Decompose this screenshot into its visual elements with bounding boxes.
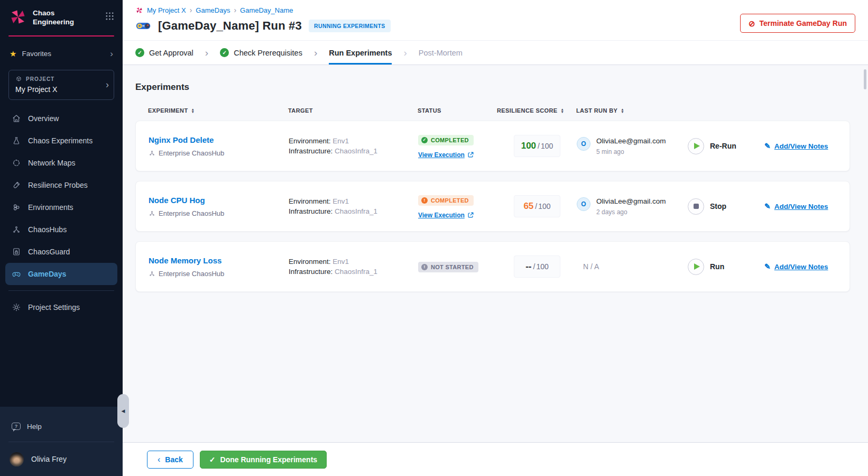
table-header: EXPERIMENT ▲▼ TARGET STATUS RESILIENCE S… [135,107,850,114]
brand-accent-divider [8,35,114,36]
chaoshub-icon [12,225,21,234]
pencil-icon: ✎ [764,202,771,210]
run-button[interactable]: Run [688,259,764,275]
check-icon: ✓ [209,455,216,464]
page-title: [GameDay_Name] Run #3 [158,19,302,33]
add-view-notes-link[interactable]: ✎ Add/View Notes [764,142,837,150]
experiment-name-link[interactable]: Nginx Pod Delete [149,135,289,144]
breadcrumb-link-project[interactable]: My Project X [147,6,186,14]
status-badge: ! COMPLETED [418,195,474,206]
run-status-badge: RUNNING EXPERIMENTS [309,20,391,32]
last-run-by-cell: O OliviaLee@gmail.com 5 min ago [577,137,688,155]
experiment-hub: Enterprise ChaosHub [149,149,289,157]
step-complete-icon: ✓ [220,48,229,57]
collapse-arrow-icon: ◀ [122,408,125,414]
experiment-name-link[interactable]: Node Memory Loss [149,256,289,265]
step-post-mortem[interactable]: Post-Mortem [419,41,463,65]
experiment-row: Node Memory Loss Enterprise ChaosHub Env… [135,241,850,292]
user-menu[interactable]: Olivia Frey [0,450,123,469]
external-link-icon [468,152,474,158]
scrollbar-thumb[interactable] [864,69,866,89]
step-run-experiments[interactable]: Run Experiments [329,41,392,65]
back-button[interactable]: ‹ Back [147,451,193,469]
pencil-icon: ✎ [764,142,771,150]
sort-icon[interactable]: ▲▼ [561,108,565,114]
sidebar-item-project-settings[interactable]: Project Settings [5,296,117,318]
sidebar-item-label: GameDays [28,270,66,278]
sidebar-item-chaosguard[interactable]: ChaosGuard [5,241,117,263]
breadcrumb-link-gameday-name[interactable]: GameDay_Name [240,6,293,14]
sidebar-item-chaoshubs[interactable]: ChaosHubs [5,218,117,241]
breadcrumb-logo-icon [135,6,143,14]
chaoshub-icon [149,210,155,217]
gameday-stepper: ✓ Get Approval › ✓ Check Prerequisites ›… [123,40,868,65]
flask-icon [12,136,21,145]
breadcrumb: My Project X › GameDays › GameDay_Name [135,6,855,14]
sidebar-item-chaos-experiments[interactable]: Chaos Experiments [5,130,117,152]
column-last-run-by: LAST RUN BY ▲▼ [576,107,687,114]
runner-avatar: O [577,197,590,211]
probe-icon [12,180,21,190]
environments-icon [12,203,21,212]
experiment-name-link[interactable]: Node CPU Hog [149,196,289,205]
sidebar-item-label: ChaosHubs [28,225,67,234]
resilience-score: --/100 [514,255,560,278]
step-check-prerequisites[interactable]: ✓ Check Prerequisites [220,41,302,65]
chevron-right-icon: › [234,6,236,14]
add-view-notes-link[interactable]: ✎ Add/View Notes [764,262,837,271]
sidebar-item-resilience-probes[interactable]: Resilience Probes [5,174,117,196]
view-execution-link[interactable]: View Execution [418,212,497,219]
chevron-right-icon: › [205,47,208,59]
sidebar-item-gamedays[interactable]: GameDays [5,263,117,285]
chevron-right-icon: › [110,49,113,58]
terminate-gameday-run-button[interactable]: ⊘ Terminate GameDay Run [740,14,855,33]
stop-button[interactable]: Stop [688,198,764,215]
last-run-by-cell: N / A [577,262,688,271]
network-map-icon [12,158,21,168]
project-selector[interactable]: PROJECT My Project X › [8,70,114,100]
favorites-label: Favorites [22,50,51,58]
rerun-button[interactable]: Re-Run [688,138,764,154]
view-execution-link[interactable]: View Execution [418,151,497,159]
user-name: Olivia Frey [31,455,67,463]
breadcrumb-link-gamedays[interactable]: GameDays [196,6,230,14]
sidebar-collapse-handle[interactable]: ◀ [117,394,129,428]
done-running-experiments-button[interactable]: ✓ Done Running Experiments [200,451,327,469]
play-icon [688,259,704,275]
add-view-notes-link[interactable]: ✎ Add/View Notes [764,202,837,210]
target-cell: Environment: Env1 Infrastructure: ChaosI… [289,196,418,216]
sidebar: Chaos Engineering ★ Favorites › PROJECT … [0,0,123,476]
ban-icon: ⊘ [749,20,755,28]
favorites-row[interactable]: ★ Favorites › [0,49,123,58]
experiment-row: Node CPU Hog Enterprise ChaosHub Environ… [135,181,850,232]
sort-icon[interactable]: ▲▼ [191,108,195,114]
sidebar-item-overview[interactable]: Overview [5,107,117,130]
sort-icon[interactable]: ▲▼ [621,108,624,114]
last-run-by-cell: O OliviaLee@gmail.com 2 days ago [577,197,688,216]
chaos-engineering-logo-icon [8,7,27,26]
sidebar-divider [8,442,114,442]
cube-icon [15,76,22,83]
sidebar-item-network-maps[interactable]: Network Maps [5,152,117,174]
step-get-approval[interactable]: ✓ Get Approval [135,41,193,65]
resilience-score: 65/100 [514,195,560,217]
star-icon: ★ [10,50,16,58]
sidebar-item-label: Chaos Experiments [28,136,93,145]
help-button[interactable]: ? Help [0,418,123,434]
chaoshub-icon [149,150,155,157]
sidebar-item-environments[interactable]: Environments [5,196,117,218]
help-label: Help [27,423,42,431]
runner-avatar: O [577,137,590,151]
sidebar-item-label: Project Settings [28,303,80,312]
apps-grid-icon[interactable] [105,12,114,21]
experiment-row: Nginx Pod Delete Enterprise ChaosHub Env… [135,121,850,171]
sidebar-header: Chaos Engineering [0,0,123,27]
runner-email: OliviaLee@gmail.com [596,137,666,145]
check-icon: ✓ [421,137,428,143]
experiment-hub: Enterprise ChaosHub [149,270,289,278]
sidebar-item-label: ChaosGuard [28,248,70,256]
external-link-icon [468,212,474,218]
pencil-icon: ✎ [764,262,771,271]
runner-time: 2 days ago [596,208,666,216]
chevron-right-icon: › [314,47,317,59]
